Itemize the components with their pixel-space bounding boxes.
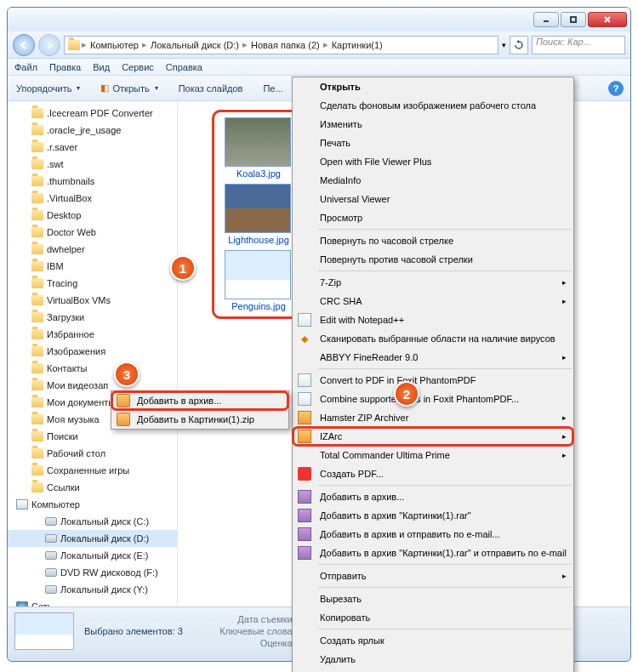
tree-folder[interactable]: Контакты [8, 360, 177, 377]
ctx-sendto[interactable]: Отправить [293, 567, 573, 585]
tree-folder[interactable]: Рабочий стол [8, 445, 177, 462]
back-button[interactable] [13, 34, 35, 56]
date-label: Дата съемки: [193, 614, 295, 624]
tree-folder[interactable]: dwhelper [8, 241, 177, 258]
ctx-rotcw[interactable]: Повернуть по часовой стрелке [293, 231, 573, 250]
network-icon [16, 601, 28, 607]
ctx-open[interactable]: Открыть [293, 77, 573, 96]
titlebar [8, 8, 630, 31]
ctx-view[interactable]: Просмотр [293, 208, 573, 227]
ctx-scan[interactable]: ◆Сканировать выбранные области на наличи… [293, 329, 573, 348]
file-thumbnail[interactable]: Koala3.jpg [225, 117, 293, 179]
tree-computer[interactable]: Компьютер [8, 496, 177, 513]
print-button[interactable]: Пе... [259, 82, 286, 95]
ctx-izarc[interactable]: IZArc [293, 427, 573, 446]
tree-drive[interactable]: Локальный диск (E:) [8, 547, 177, 564]
help-button[interactable]: ? [608, 81, 624, 96]
thumbnail-image [225, 117, 291, 167]
ctx-crcsha[interactable]: CRC SHA [293, 292, 573, 310]
tree-folder[interactable]: IBM [8, 258, 177, 275]
minimize-button[interactable] [533, 12, 559, 27]
close-button[interactable] [588, 12, 627, 27]
bc-item[interactable]: Новая папка (2) [249, 40, 322, 50]
rar-icon [298, 527, 311, 541]
tree-folder[interactable]: Избранное [8, 326, 177, 343]
ctx-rename[interactable]: Переименовать [293, 669, 573, 672]
organize-button[interactable]: Упорядочить [13, 82, 83, 95]
ctx-addmail[interactable]: Добавить в архив и отправить по e-mail..… [293, 525, 573, 544]
tree-folder[interactable]: .Icecream PDF Converter [8, 105, 177, 122]
tree-folder[interactable]: Изображения [8, 343, 177, 360]
ctx-foxit2[interactable]: Combine supported files in Foxit Phantom… [293, 390, 573, 408]
tree-drive[interactable]: Локальный диск (Y:) [8, 581, 177, 598]
ctx-shortcut[interactable]: Создать ярлык [293, 631, 573, 650]
tree-folder[interactable]: Ссылки [8, 479, 177, 496]
ctx-abbyy[interactable]: ABBYY FineReader 9.0 [293, 348, 573, 367]
drive-icon [45, 585, 57, 594]
tree-folder[interactable]: .r.saver [8, 139, 177, 156]
ctx-7zip[interactable]: 7-Zip [293, 273, 573, 292]
ctx-copy[interactable]: Копировать [293, 608, 573, 627]
zip-icon [298, 411, 311, 424]
ctx-notepad[interactable]: Edit with Notepad++ [293, 310, 573, 329]
ctx-addrarmail[interactable]: Добавить в архив "Картинки(1).rar" и отп… [293, 544, 573, 562]
tree-network[interactable]: Сеть [8, 598, 177, 607]
menu-edit[interactable]: Правка [49, 62, 81, 72]
bc-item[interactable]: Компьютер [88, 40, 140, 50]
tree-folder[interactable]: Tracing [8, 275, 177, 292]
ctx-mediainfo[interactable]: MediaInfo [293, 171, 573, 190]
menu-view[interactable]: Вид [93, 62, 110, 72]
tree-folder[interactable]: Doctor Web [8, 224, 177, 241]
slideshow-button[interactable]: Показ слайдов [175, 82, 247, 95]
file-thumbnail[interactable]: Lighthouse.jpg [225, 184, 293, 245]
ctx-totalcmd[interactable]: Total Commander Ultima Prime [293, 446, 573, 464]
tree-drive[interactable]: Локальный диск (D:) [8, 530, 177, 547]
bc-item[interactable]: Картинки(1) [330, 40, 385, 50]
folder-icon [31, 278, 43, 288]
ctx-delete[interactable]: Удалить [293, 650, 573, 669]
tree-folder[interactable]: Сохраненные игры [8, 462, 177, 479]
refresh-button[interactable] [510, 36, 528, 54]
nav-bar: ▸ Компьютер▸ Локальный диск (D:)▸ Новая … [8, 31, 630, 59]
ctx-createpdf[interactable]: Создать PDF... [293, 464, 573, 483]
tree-folder[interactable]: Поиски [8, 428, 177, 445]
ctx-uv[interactable]: Universal Viewer [293, 190, 573, 208]
ctx-print[interactable]: Печать [293, 134, 573, 152]
folder-tree[interactable]: .Icecream PDF Converter.oracle_jre_usage… [8, 101, 178, 607]
ctx-cut[interactable]: Вырезать [293, 589, 573, 608]
tree-drive[interactable]: Локальный диск (C:) [8, 513, 177, 530]
ctx-wallpaper[interactable]: Сделать фоновым изображением рабочего ст… [293, 96, 573, 115]
tree-folder[interactable]: Загрузки [8, 309, 177, 326]
ctx-addrar[interactable]: Добавить в архив "Картинки(1).rar" [293, 506, 573, 525]
ctx-edit[interactable]: Изменить [293, 115, 573, 134]
breadcrumb[interactable]: ▸ Компьютер▸ Локальный диск (D:)▸ Новая … [64, 36, 498, 54]
folder-icon [31, 159, 43, 169]
archive-icon [117, 394, 130, 407]
folder-icon [31, 465, 43, 476]
search-input[interactable]: Поиск: Кар... [532, 36, 625, 54]
tree-folder[interactable]: .VirtualBox [8, 190, 177, 207]
folder-icon [31, 363, 43, 373]
tree-folder[interactable]: VirtualBox VMs [8, 292, 177, 309]
menu-file[interactable]: Файл [14, 62, 37, 72]
menu-help[interactable]: Справка [166, 62, 202, 72]
menu-tools[interactable]: Сервис [122, 62, 154, 72]
folder-icon [31, 329, 43, 339]
tree-folder[interactable]: .swt [8, 156, 177, 173]
bc-item[interactable]: Локальный диск (D:) [149, 40, 241, 50]
file-thumbnail[interactable]: Penguins.jpg [225, 250, 293, 311]
forward-button[interactable] [38, 34, 60, 56]
ctx-foxit1[interactable]: Convert to PDF in Foxit PhantomPDF [293, 371, 573, 390]
tree-folder[interactable]: Desktop [8, 207, 177, 224]
ctx-addarc[interactable]: Добавить в архив... [293, 487, 573, 506]
ctx-rotccw[interactable]: Повернуть против часовой стрелки [293, 250, 573, 269]
tree-folder[interactable]: .thumbnails [8, 173, 177, 190]
open-button[interactable]: ◧Открыть [97, 81, 161, 95]
ctx-openwith[interactable]: Open with File Viewer Plus [293, 152, 573, 171]
maximize-button[interactable] [561, 12, 586, 27]
sub-add-archive[interactable]: Добавить в архив... [111, 391, 288, 410]
tree-drive[interactable]: DVD RW дисковод (F:) [8, 564, 177, 581]
ctx-hamster[interactable]: Hamster ZIP Archiver [293, 408, 573, 427]
tree-folder[interactable]: .oracle_jre_usage [8, 122, 177, 139]
sub-add-zip[interactable]: Добавить в Картинки(1).zip [111, 410, 288, 429]
